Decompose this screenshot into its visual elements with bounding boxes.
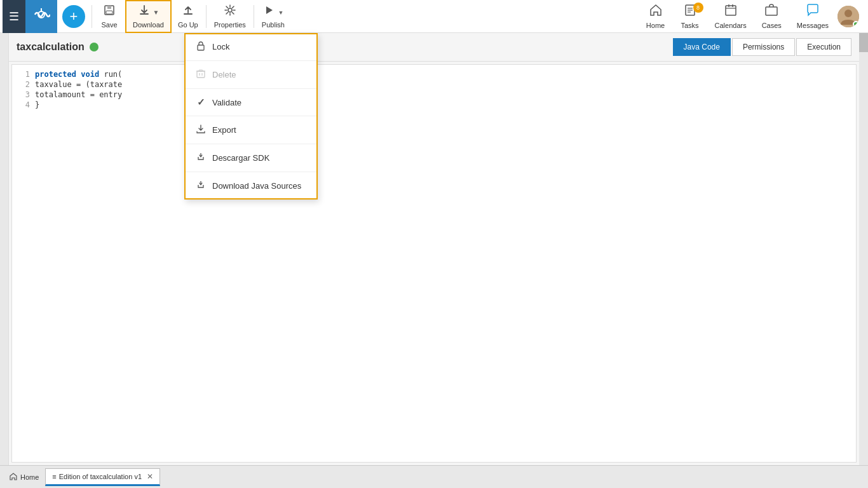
home-tab-icon (9, 472, 18, 482)
menu-divider-5 (186, 172, 316, 172)
go-up-label: Go Up (178, 21, 198, 29)
download-dropdown-arrow: ▼ (153, 9, 159, 16)
menu-download-java-sources-label: Download Java Sources (212, 181, 301, 191)
svg-rect-19 (198, 45, 204, 50)
export-icon (194, 124, 207, 136)
cases-icon (764, 3, 778, 20)
menu-item-export[interactable]: Export (186, 118, 316, 142)
dropdown-menu: Lock Delete ✓ Validate Export (184, 33, 318, 200)
validate-icon: ✓ (194, 97, 207, 108)
separator-3 (254, 5, 254, 28)
svg-point-18 (844, 10, 852, 17)
calendars-nav-button[interactable]: Calendars (709, 0, 753, 33)
delete-icon (194, 69, 207, 81)
bottom-tabbar: Home ≡ Edition of taxcalculation v1 ✕ (0, 465, 868, 488)
user-avatar[interactable] (837, 6, 859, 27)
download-button[interactable]: ▼ Download (125, 0, 172, 33)
add-button[interactable]: + (62, 5, 85, 28)
download-label: Download (133, 21, 164, 29)
home-nav-button[interactable]: Home (640, 0, 672, 33)
active-tab-icon: ≡ (52, 473, 56, 480)
code-line-2: 2 taxvalue = (taxrate (17, 80, 851, 89)
publish-label: Publish (262, 21, 285, 29)
doc-status-dot (90, 43, 98, 51)
active-tab-label: Edition of taxcalculation v1 (59, 473, 142, 480)
properties-label: Properties (214, 21, 246, 29)
tasks-nav-button[interactable]: 8 Tasks (674, 0, 706, 33)
menu-item-lock[interactable]: Lock (186, 34, 316, 59)
separator-1 (92, 5, 92, 28)
save-button[interactable]: Save (93, 0, 125, 33)
menu-item-download-java-sources[interactable]: Download Java Sources (186, 173, 316, 198)
toolbar-right: Home 8 Tasks (640, 0, 865, 33)
logo-icon (32, 6, 50, 27)
tasks-nav-label: Tasks (681, 22, 698, 29)
menu-item-descargar-sdk[interactable]: Descargar SDK (186, 146, 316, 170)
messages-icon (806, 3, 820, 20)
menu-export-label: Export (212, 125, 236, 135)
cases-nav-button[interactable]: Cases (756, 0, 788, 33)
code-editor[interactable]: 1 protected void run( 2 taxvalue = (taxr… (11, 64, 857, 463)
menu-delete-label: Delete (212, 70, 236, 79)
home-icon (649, 3, 663, 20)
menu-divider-2 (186, 88, 316, 89)
publish-dropdown-arrow: ▼ (278, 10, 283, 16)
menu-item-delete[interactable]: Delete (186, 62, 316, 87)
download-java-sources-icon (194, 180, 207, 192)
save-icon (103, 4, 116, 20)
separator-2 (206, 5, 207, 28)
tasks-badge: 8 (693, 3, 703, 13)
hamburger-button[interactable]: ☰ (3, 0, 25, 33)
svg-point-6 (228, 8, 232, 12)
svg-rect-24 (199, 70, 203, 71)
go-up-icon (182, 4, 194, 20)
avatar-online-indicator (853, 21, 859, 27)
publish-button[interactable]: ▼ Publish (255, 0, 291, 33)
menu-divider-1 (186, 60, 316, 61)
svg-rect-20 (197, 71, 205, 78)
doc-title-area: taxcalculation (17, 41, 98, 53)
tab-permissions[interactable]: Permissions (732, 38, 795, 56)
svg-rect-16 (766, 7, 777, 15)
code-line-1: 1 protected void run( (17, 70, 851, 79)
menu-divider-4 (186, 144, 316, 144)
tab-execution[interactable]: Execution (796, 38, 851, 56)
descargar-sdk-icon (194, 152, 207, 164)
code-line-4: 4 } (17, 100, 851, 109)
menu-descargar-sdk-label: Descargar SDK (212, 153, 269, 163)
download-icon (138, 4, 151, 20)
go-up-button[interactable]: Go Up (172, 0, 205, 33)
toolbar: ☰ + Save (0, 0, 868, 33)
calendars-icon (724, 3, 738, 20)
svg-rect-12 (726, 6, 736, 15)
right-scrollbar[interactable] (859, 33, 868, 465)
cases-nav-label: Cases (762, 22, 782, 29)
content-area: taxcalculation Java Code Permissions Exe… (9, 33, 859, 465)
logo-button[interactable] (25, 0, 57, 33)
properties-icon (224, 4, 236, 20)
main-area: taxcalculation Java Code Permissions Exe… (0, 33, 868, 465)
menu-item-validate[interactable]: ✓ Validate (186, 90, 316, 114)
toolbar-left: ☰ + Save (3, 0, 640, 33)
left-sidebar (0, 33, 9, 465)
home-tab-label: Home (20, 473, 39, 481)
svg-rect-3 (107, 6, 111, 9)
tab-java-code[interactable]: Java Code (673, 38, 731, 56)
active-tab[interactable]: ≡ Edition of taxcalculation v1 ✕ (45, 468, 160, 486)
home-nav-label: Home (646, 22, 665, 29)
svg-rect-5 (184, 13, 193, 15)
scrollbar-thumb[interactable] (859, 33, 868, 52)
publish-icon (262, 4, 275, 20)
messages-nav-label: Messages (797, 22, 829, 29)
menu-lock-label: Lock (212, 42, 229, 51)
tab-close-button[interactable]: ✕ (147, 472, 153, 481)
svg-marker-7 (266, 6, 273, 14)
messages-nav-button[interactable]: Messages (790, 0, 835, 33)
doc-header: taxcalculation Java Code Permissions Exe… (9, 33, 859, 62)
properties-button[interactable]: Properties (208, 0, 252, 33)
save-label: Save (101, 21, 117, 29)
lock-icon (194, 41, 207, 53)
doc-title: taxcalculation (17, 41, 85, 53)
calendars-nav-label: Calendars (715, 22, 747, 29)
home-tab[interactable]: Home (3, 468, 45, 486)
